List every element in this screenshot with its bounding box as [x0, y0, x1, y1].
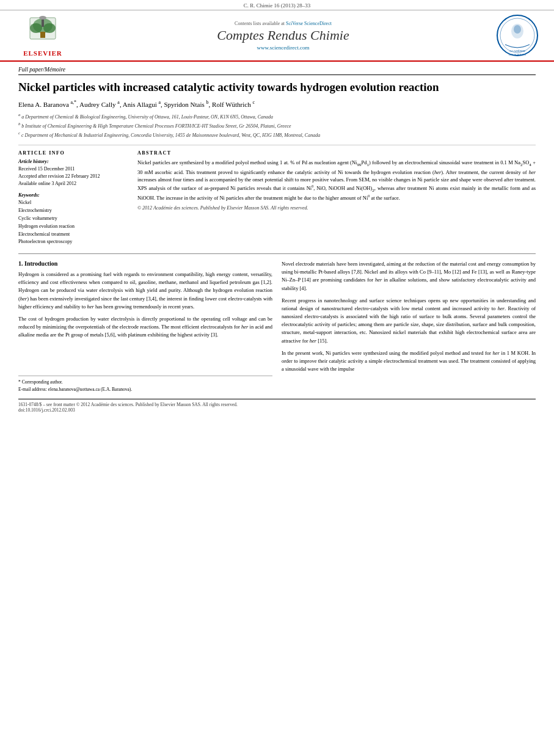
- keywords-label: Keywords:: [18, 192, 128, 198]
- section1-heading: 1. Introduction: [18, 260, 272, 267]
- authors-text: Elena A. Baranova a,*, Audrey Cally a, A…: [18, 101, 255, 108]
- bottom-issn: 1631-0748/$ – see front matter © 2012 Ac…: [18, 402, 536, 407]
- footnote-star-text: * Corresponding author.: [18, 379, 272, 385]
- keyword-6: Photoelectron spectroscopy: [18, 238, 128, 246]
- received-date: Received 15 December 2011: [18, 165, 128, 173]
- svg-text:DES SCIENCES: DES SCIENCES: [509, 53, 525, 56]
- svg-point-2: [30, 23, 42, 33]
- bottom-doi: doi:10.1016/j.crci.2012.02.003: [18, 407, 536, 413]
- academy-logo-section: ACADÉMIE DES SCIENCES: [487, 14, 548, 57]
- article-info-label: ARTICLE INFO: [18, 150, 128, 156]
- keyword-3: Cyclic voltammetry: [18, 215, 128, 223]
- history-label: Article history:: [18, 159, 128, 164]
- sciverse-link: SciVerse ScienceDirect: [286, 21, 332, 26]
- article-history: Article history: Received 15 December 20…: [18, 159, 128, 187]
- keyword-2: Electrochemistry: [18, 207, 128, 215]
- journal-citation: C. R. Chimie 16 (2013) 28–33: [244, 2, 311, 9]
- journal-url: www.sciencedirect.com: [79, 45, 487, 51]
- elsevier-logo-section: ELSEVIER: [6, 15, 79, 57]
- body-para-3: Novel electrode materials have been inve…: [282, 260, 536, 293]
- article-info-col: ARTICLE INFO Article history: Received 1…: [18, 150, 128, 246]
- info-abstract-section: ARTICLE INFO Article history: Received 1…: [18, 145, 536, 246]
- body-section: 1. Introduction Hydrogen is considered a…: [18, 260, 536, 393]
- elsevier-tree-icon: [24, 15, 62, 48]
- journal-name: Comptes Rendus Chimie: [79, 27, 487, 43]
- academy-logo-icon: ACADÉMIE DES SCIENCES: [496, 14, 539, 57]
- affiliation-c: c c Department of Mechanical & Industria…: [18, 130, 536, 139]
- svg-text:ACADÉMIE: ACADÉMIE: [509, 49, 525, 53]
- body-divider: [18, 253, 536, 254]
- abstract-text: Nickel particles are synthesized by a mo…: [137, 159, 536, 202]
- svg-point-3: [43, 23, 56, 33]
- journal-bar: C. R. Chimie 16 (2013) 28–33: [0, 0, 554, 10]
- affiliation-a: a a Department of Chemical & Biological …: [18, 112, 536, 121]
- elsevier-wordmark: ELSEVIER: [23, 49, 62, 57]
- sciverse-line: Contents lists available at SciVerse Sci…: [79, 21, 487, 26]
- svg-point-6: [39, 16, 46, 20]
- journal-title-section: Contents lists available at SciVerse Sci…: [79, 21, 487, 51]
- authors-line: Elena A. Baranova a,*, Audrey Cally a, A…: [18, 100, 536, 109]
- available-date: Available online 3 April 2012: [18, 180, 128, 187]
- copyright-text: © 2012 Académie des sciences. Published …: [137, 205, 536, 211]
- keyword-4: Hydrogen evolution reaction: [18, 223, 128, 231]
- elsevier-logo: ELSEVIER: [23, 15, 62, 57]
- keyword-5: Electrochemical treatment: [18, 231, 128, 239]
- body-para-1: Hydrogen is considered as a promising fu…: [18, 271, 272, 311]
- affiliations: a a Department of Chemical & Biological …: [18, 112, 536, 139]
- body-para-4: Recent progress in nanotechnology and su…: [282, 297, 536, 345]
- page-header: ELSEVIER Contents lists available at Sci…: [0, 10, 554, 62]
- article-title: Nickel particles with increased catalyti…: [18, 80, 536, 95]
- abstract-label: ABSTRACT: [137, 150, 536, 156]
- bottom-bar: 1631-0748/$ – see front matter © 2012 Ac…: [18, 399, 536, 413]
- main-content: Full paper/Mémoire Nickel particles with…: [0, 62, 554, 419]
- abstract-col: ABSTRACT Nickel particles are synthesize…: [137, 150, 536, 246]
- sciverse-pretext: Contents lists available at: [235, 21, 285, 26]
- affiliation-b: b b Institute of Chemical Engineering & …: [18, 121, 536, 130]
- footnote-area: * Corresponding author. E-mail address: …: [18, 376, 272, 393]
- body-para-2: The cost of hydrogen production by water…: [18, 315, 272, 340]
- body-para-5: In the present work, Ni particles were s…: [282, 349, 536, 374]
- body-col-right: Novel electrode materials have been inve…: [282, 260, 536, 393]
- footnote-email-text: E-mail address: elena.baranova@uottawa.c…: [18, 386, 272, 393]
- svg-rect-4: [40, 32, 45, 38]
- keyword-1: Nickel: [18, 199, 128, 207]
- body-col-left: 1. Introduction Hydrogen is considered a…: [18, 260, 272, 393]
- svg-point-10: [514, 25, 521, 34]
- article-type: Full paper/Mémoire: [18, 67, 536, 75]
- keywords-section: Keywords: Nickel Electrochemistry Cyclic…: [18, 192, 128, 246]
- accepted-date: Accepted after revision 22 February 2012: [18, 173, 128, 180]
